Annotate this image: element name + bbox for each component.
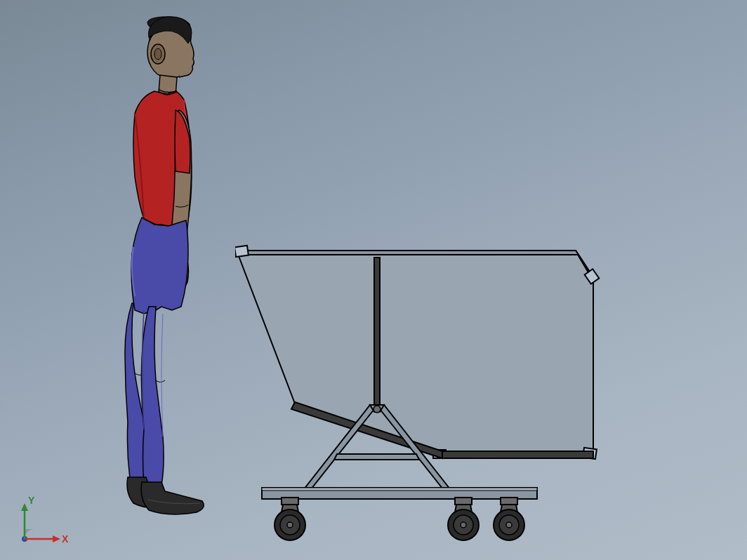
svg-point-2 [154,48,161,60]
coordinate-triad[interactable]: X Y [14,493,70,549]
svg-rect-11 [282,498,298,505]
svg-rect-15 [455,498,472,505]
svg-rect-10 [262,488,537,491]
svg-marker-27 [21,503,28,511]
svg-point-14 [287,522,293,528]
svg-point-8 [374,406,381,413]
human-mannequin-model [105,15,246,552]
cad-viewport[interactable]: X Y [0,0,747,560]
svg-rect-7 [442,451,593,458]
svg-rect-19 [501,498,517,505]
svg-rect-3 [235,246,249,257]
axis-y-label: Y [28,495,35,506]
svg-point-22 [506,522,512,528]
axis-x-label: X [62,533,69,545]
scene-3d [0,0,747,560]
svg-point-18 [461,522,466,528]
tilting-hopper-cart-model [235,242,628,547]
svg-marker-25 [53,535,60,542]
